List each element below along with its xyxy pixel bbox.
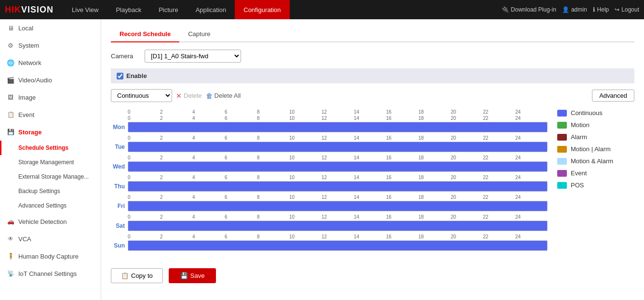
advanced-button[interactable]: Advanced xyxy=(592,90,634,102)
schedule-row: Thu xyxy=(111,181,548,192)
x-icon: ✕ xyxy=(176,92,182,100)
schedule-bar[interactable] xyxy=(128,240,548,251)
enable-checkbox[interactable] xyxy=(117,73,123,79)
sidebar-item-human-body-capture[interactable]: Human Body Capture xyxy=(0,248,101,265)
copy-icon: 📋 xyxy=(121,272,129,279)
tab-capture[interactable]: Capture xyxy=(179,26,219,42)
camera-select[interactable]: [D1] 1_A0 Stairs-fwd Camera 2 xyxy=(145,50,241,63)
schedule-bar[interactable] xyxy=(128,122,548,132)
help-icon: ℹ xyxy=(593,6,595,13)
nav-links: Live View Playback Picture Application C… xyxy=(63,0,502,19)
legend-color-box xyxy=(557,158,567,165)
legend-item-motion---alarm: Motion | Alarm xyxy=(557,145,634,153)
nav-application[interactable]: Application xyxy=(187,0,235,19)
nav-right: 🔌 Download Plug-in 👤 admin ℹ Help ↪ Logo… xyxy=(502,6,639,13)
type-select[interactable]: Continuous Motion Alarm Motion | Alarm M… xyxy=(111,89,172,102)
copy-to-button[interactable]: 📋 Copy to xyxy=(111,268,163,283)
schedule-row: Sun xyxy=(111,240,548,251)
legend-color-box xyxy=(557,122,567,129)
save-button[interactable]: 💾 Save xyxy=(169,268,216,283)
plugin-icon: 🔌 xyxy=(502,6,509,13)
legend-label: POS xyxy=(571,182,584,189)
delete-all-button[interactable]: 🗑 Delete All xyxy=(206,92,241,100)
schedule-row: Tue xyxy=(111,142,548,152)
nav-playback[interactable]: Playback xyxy=(107,0,150,19)
legend-item-motion-&-alarm: Motion & Alarm xyxy=(557,157,634,165)
enable-row: Enable xyxy=(111,68,634,83)
sidebar-sub-backup-settings[interactable]: Backup Settings xyxy=(0,184,101,198)
legend-label: Alarm xyxy=(571,133,587,141)
sidebar-item-vca[interactable]: VCA xyxy=(0,230,101,248)
bar-fill xyxy=(128,182,547,191)
help-button[interactable]: ℹ Help xyxy=(593,6,609,13)
admin-button[interactable]: 👤 admin xyxy=(562,6,587,13)
camera-label: Camera xyxy=(111,52,140,60)
schedule-row: Mon xyxy=(111,122,548,132)
sidebar-sub-storage-management[interactable]: Storage Management xyxy=(0,155,101,170)
schedule-rows: 024681012141618202224Mon0246810121416182… xyxy=(111,116,548,251)
tab-record-schedule[interactable]: Record Schedule xyxy=(111,26,179,42)
legend-label: Event xyxy=(571,170,587,177)
bar-fill xyxy=(128,122,547,132)
image-icon xyxy=(7,93,14,101)
legend-label: Motion xyxy=(571,121,590,129)
sidebar-sub-schedule-settings[interactable]: Schedule Settings xyxy=(0,141,101,155)
nav-configuration[interactable]: Configuration xyxy=(235,0,289,19)
schedule-grid: 0 2 4 6 8 10 12 14 16 18 20 22 2 xyxy=(111,109,548,254)
enable-label: Enable xyxy=(126,72,147,79)
tabs: Record Schedule Capture xyxy=(111,26,634,42)
system-icon xyxy=(7,41,14,49)
trash-icon: 🗑 xyxy=(206,92,213,100)
save-icon: 💾 xyxy=(180,272,188,279)
camera-row: Camera [D1] 1_A0 Stairs-fwd Camera 2 xyxy=(111,50,634,63)
nav-live-view[interactable]: Live View xyxy=(63,0,107,19)
hour-ruler: 0 2 4 6 8 10 12 14 16 18 20 22 2 xyxy=(128,109,548,115)
legend-label: Continuous xyxy=(571,109,603,117)
legend-item-event: Event xyxy=(557,170,634,177)
user-icon: 👤 xyxy=(562,6,569,13)
sidebar-item-vehicle-detection[interactable]: Vehicle Detection xyxy=(0,213,101,230)
schedule-bar[interactable] xyxy=(128,161,548,172)
sidebar: Local System Network Video/Audio Image E… xyxy=(0,19,101,300)
nav-picture[interactable]: Picture xyxy=(150,0,187,19)
legend-label: Motion | Alarm xyxy=(571,145,611,153)
event-icon xyxy=(7,111,14,118)
sidebar-item-local[interactable]: Local xyxy=(0,19,101,37)
storage-icon xyxy=(7,128,14,136)
schedule-row: Sat xyxy=(111,221,548,231)
schedule-row: Wed xyxy=(111,161,548,172)
sidebar-item-event[interactable]: Event xyxy=(0,106,101,123)
sidebar-item-image[interactable]: Image xyxy=(0,89,101,106)
day-label: Tue xyxy=(111,143,128,150)
bar-fill xyxy=(128,221,547,231)
legend-label: Motion & Alarm xyxy=(571,157,613,165)
sidebar-item-storage[interactable]: Storage xyxy=(0,123,101,141)
bar-fill xyxy=(128,201,547,211)
legend-item-alarm: Alarm xyxy=(557,133,634,141)
delete-button[interactable]: ✕ Delete xyxy=(176,92,202,100)
vehicle-icon xyxy=(7,218,14,225)
schedule-bar[interactable] xyxy=(128,221,548,231)
download-plugin-button[interactable]: 🔌 Download Plug-in xyxy=(502,6,556,13)
logo: HIKVISION xyxy=(5,5,54,15)
logout-icon: ↪ xyxy=(615,6,619,13)
schedule-container: 0 2 4 6 8 10 12 14 16 18 20 22 2 xyxy=(111,109,634,254)
video-icon xyxy=(7,76,14,84)
schedule-bar[interactable] xyxy=(128,181,548,192)
day-label: Mon xyxy=(111,124,128,130)
sidebar-item-system[interactable]: System xyxy=(0,37,101,54)
sidebar-item-network[interactable]: Network xyxy=(0,54,101,71)
sidebar-sub-external-storage[interactable]: External Storage Manage... xyxy=(0,170,101,184)
bar-fill xyxy=(128,142,547,152)
day-label: Sun xyxy=(111,242,128,249)
schedule-bar[interactable] xyxy=(128,201,548,211)
schedule-row: Fri xyxy=(111,201,548,211)
sidebar-sub-advanced-settings[interactable]: Advanced Settings xyxy=(0,198,101,213)
legend-color-box xyxy=(557,170,567,177)
iot-icon xyxy=(7,270,14,277)
main-content: Record Schedule Capture Camera [D1] 1_A0… xyxy=(101,19,644,300)
schedule-bar[interactable] xyxy=(128,142,548,152)
logout-button[interactable]: ↪ Logout xyxy=(615,6,639,13)
sidebar-item-iot-channel[interactable]: IoT Channel Settings xyxy=(0,265,101,282)
sidebar-item-video-audio[interactable]: Video/Audio xyxy=(0,71,101,89)
